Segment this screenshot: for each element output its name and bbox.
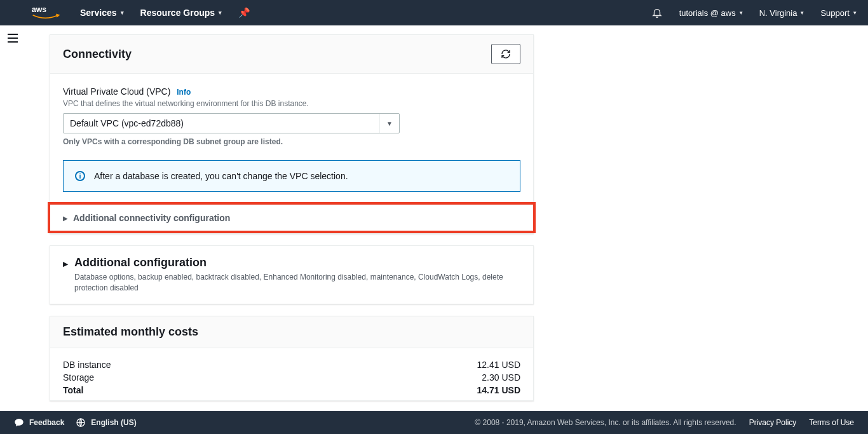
chevron-down-icon: ▼ [379, 114, 393, 133]
vpc-alert-text: After a database is created, you can't c… [94, 171, 348, 181]
hamburger-menu-icon[interactable] [0, 25, 25, 51]
connectivity-body: Virtual Private Cloud (VPC) Info VPC tha… [50, 74, 533, 205]
top-nav: aws Services ▾ Resource Groups ▾ 📌 tutor… [0, 0, 868, 25]
cost-row: DB instance 12.41 USD [63, 358, 520, 371]
pin-icon[interactable]: 📌 [238, 7, 250, 18]
footer-copyright: © 2008 - 2019, Amazon Web Services, Inc.… [475, 418, 736, 427]
globe-icon [76, 417, 86, 428]
footer: Feedback English (US) © 2008 - 2019, Ama… [0, 411, 868, 434]
chevron-down-icon: ▾ [219, 10, 222, 16]
cost-value: 12.41 USD [457, 360, 520, 370]
vpc-description: VPC that defines the virtual networking … [63, 99, 520, 108]
additional-connectivity-highlight: ▶ Additional connectivity configuration [50, 202, 533, 233]
costs-panel: Estimated monthly costs DB instance 12.4… [50, 316, 534, 401]
terms-of-use-link[interactable]: Terms of Use [809, 418, 854, 427]
cost-label: DB instance [63, 360, 228, 370]
language-selector[interactable]: English (US) [76, 417, 136, 428]
connectivity-header: Connectivity [50, 35, 533, 74]
additional-config-title: Additional configuration [74, 256, 519, 269]
additional-connectivity-expander[interactable]: ▶ Additional connectivity configuration [50, 205, 533, 231]
privacy-policy-link[interactable]: Privacy Policy [749, 418, 797, 427]
speech-bubble-icon [14, 417, 24, 428]
vpc-note: Only VPCs with a corresponding DB subnet… [63, 137, 520, 146]
vpc-label: Virtual Private Cloud (VPC) [63, 86, 170, 97]
cost-row-total: Total 14.71 USD [63, 384, 520, 397]
nav-region-label: N. Virginia [759, 8, 797, 18]
refresh-button[interactable] [491, 44, 520, 64]
chevron-down-icon: ▾ [740, 10, 743, 16]
main-content: Connectivity Virtual Private Cloud (VPC)… [25, 25, 868, 411]
caret-right-icon: ▶ [63, 260, 68, 268]
connectivity-title: Connectivity [63, 48, 132, 61]
nav-support[interactable]: Support ▾ [820, 8, 857, 18]
svg-text:aws: aws [32, 5, 46, 14]
cost-label: Storage [63, 372, 228, 383]
nav-services[interactable]: Services ▾ [80, 8, 124, 18]
aws-logo[interactable]: aws [32, 4, 61, 21]
vpc-info-alert: i After a database is created, you can't… [63, 160, 520, 192]
chevron-down-icon: ▾ [853, 10, 857, 16]
additional-connectivity-title: Additional connectivity configuration [73, 213, 230, 223]
chevron-down-icon: ▾ [801, 10, 804, 16]
notifications-bell-icon[interactable] [651, 7, 663, 18]
nav-account-label: tutorials @ aws [679, 8, 736, 18]
caret-right-icon: ▶ [63, 215, 68, 222]
info-icon: i [75, 171, 85, 181]
additional-config-panel: ▶ Additional configuration Database opti… [50, 245, 534, 304]
connectivity-panel: Connectivity Virtual Private Cloud (VPC)… [50, 34, 534, 234]
feedback-link[interactable]: Feedback [14, 417, 64, 428]
nav-account[interactable]: tutorials @ aws ▾ [679, 8, 743, 18]
vpc-select-value: Default VPC (vpc-ed72db88) [70, 118, 184, 128]
nav-support-label: Support [820, 8, 850, 18]
nav-services-label: Services [80, 8, 117, 18]
chevron-down-icon: ▾ [121, 10, 124, 16]
vpc-info-link[interactable]: Info [177, 88, 191, 97]
additional-config-subtitle: Database options, backup enabled, backtr… [74, 272, 519, 294]
vpc-select[interactable]: Default VPC (vpc-ed72db88) ▼ [63, 113, 400, 133]
language-label: English (US) [91, 418, 136, 427]
cost-row: Storage 2.30 USD [63, 371, 520, 384]
nav-resource-groups[interactable]: Resource Groups ▾ [140, 8, 222, 18]
costs-rows: DB instance 12.41 USD Storage 2.30 USD T… [50, 348, 533, 400]
feedback-label: Feedback [29, 418, 64, 427]
nav-resource-groups-label: Resource Groups [140, 8, 215, 18]
cost-value: 2.30 USD [457, 372, 520, 383]
costs-title: Estimated monthly costs [63, 325, 198, 339]
nav-region[interactable]: N. Virginia ▾ [759, 8, 804, 18]
cost-total-label: Total [63, 385, 228, 395]
cost-total-value: 14.71 USD [457, 385, 520, 395]
additional-config-expander[interactable]: ▶ Additional configuration Database opti… [50, 246, 533, 304]
refresh-icon [501, 49, 511, 59]
